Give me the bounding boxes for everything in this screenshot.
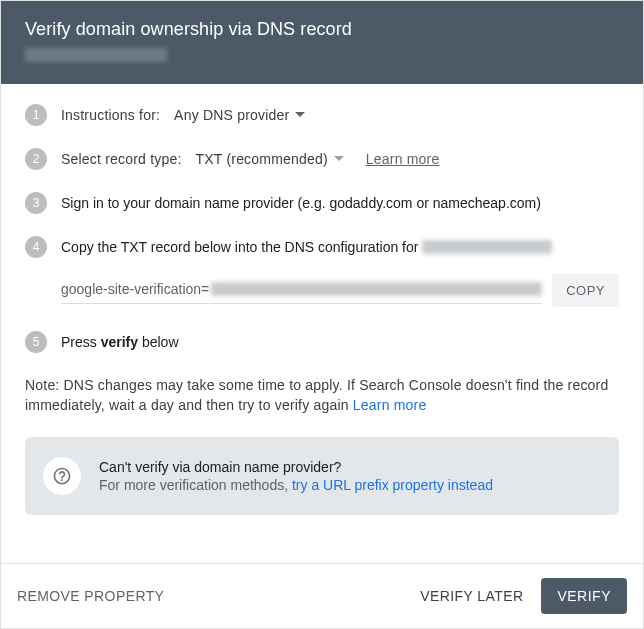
dialog-header: Verify domain ownership via DNS record bbox=[1, 1, 643, 84]
remove-property-button[interactable]: REMOVE PROPERTY bbox=[17, 588, 164, 604]
dropdown-value: TXT (recommended) bbox=[196, 151, 328, 167]
step-text: Sign in to your domain name provider (e.… bbox=[61, 195, 541, 211]
step-2: 2 Select record type: TXT (recommended) … bbox=[25, 148, 619, 170]
step-text-suffix: below bbox=[138, 334, 178, 350]
verify-button[interactable]: VERIFY bbox=[541, 578, 627, 614]
record-type-dropdown[interactable]: TXT (recommended) bbox=[196, 151, 344, 167]
step-number: 4 bbox=[25, 236, 47, 258]
step-1: 1 Instructions for: Any DNS provider bbox=[25, 104, 619, 126]
learn-more-link[interactable]: Learn more bbox=[366, 151, 440, 167]
txt-record-field[interactable]: google-site-verification= bbox=[61, 277, 542, 304]
step-label: Select record type: bbox=[61, 151, 182, 167]
dialog-footer: REMOVE PROPERTY VERIFY LATER VERIFY bbox=[1, 563, 643, 628]
step-label: Instructions for: bbox=[61, 107, 160, 123]
txt-record-prefix: google-site-verification= bbox=[61, 281, 209, 297]
step-text: Copy the TXT record below into the DNS c… bbox=[61, 239, 418, 255]
step-5: 5 Press verify below bbox=[25, 331, 619, 353]
dialog-title: Verify domain ownership via DNS record bbox=[25, 19, 619, 40]
url-prefix-link[interactable]: try a URL prefix property instead bbox=[292, 477, 493, 493]
step-number: 3 bbox=[25, 192, 47, 214]
step-number: 2 bbox=[25, 148, 47, 170]
chevron-down-icon bbox=[295, 112, 305, 118]
alt-text: For more verification methods, bbox=[99, 477, 292, 493]
verify-later-button[interactable]: VERIFY LATER bbox=[420, 588, 523, 604]
alternative-verification-box: Can't verify via domain name provider? F… bbox=[25, 437, 619, 515]
txt-record-row: google-site-verification= COPY bbox=[61, 274, 619, 307]
learn-more-link[interactable]: Learn more bbox=[353, 397, 427, 413]
domain-name-redacted bbox=[422, 240, 552, 254]
step-4: 4 Copy the TXT record below into the DNS… bbox=[25, 236, 619, 258]
step-text-prefix: Press bbox=[61, 334, 101, 350]
domain-name-redacted bbox=[25, 48, 167, 62]
dns-provider-dropdown[interactable]: Any DNS provider bbox=[174, 107, 305, 123]
step-text-bold: verify bbox=[101, 334, 138, 350]
chevron-down-icon bbox=[334, 156, 344, 162]
dns-note: Note: DNS changes may take some time to … bbox=[25, 375, 619, 415]
alt-title: Can't verify via domain name provider? bbox=[99, 459, 493, 475]
copy-button[interactable]: COPY bbox=[552, 274, 619, 307]
step-number: 5 bbox=[25, 331, 47, 353]
dialog-content: 1 Instructions for: Any DNS provider 2 S… bbox=[1, 84, 643, 515]
help-icon bbox=[43, 457, 81, 495]
txt-record-value-redacted bbox=[211, 282, 542, 296]
dropdown-value: Any DNS provider bbox=[174, 107, 289, 123]
step-3: 3 Sign in to your domain name provider (… bbox=[25, 192, 619, 214]
step-number: 1 bbox=[25, 104, 47, 126]
note-text: Note: DNS changes may take some time to … bbox=[25, 377, 608, 413]
